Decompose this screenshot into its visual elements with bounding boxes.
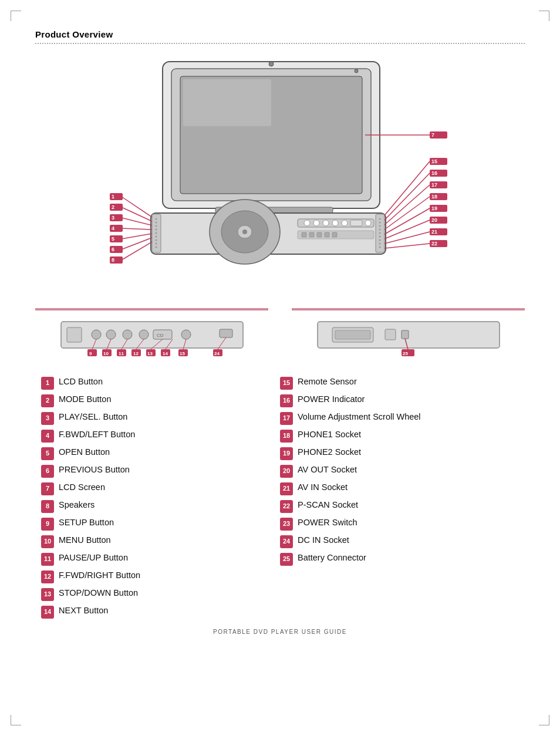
feature-item: 15 Remote Sensor (280, 376, 507, 390)
svg-point-41 (379, 232, 381, 234)
panel-right-label (292, 308, 525, 310)
svg-point-27 (156, 218, 157, 220)
svg-text:15: 15 (180, 351, 185, 356)
feature-number: 17 (280, 412, 293, 425)
feature-item: 17 Volume Adjustment Scroll Wheel (280, 411, 507, 425)
svg-text:25: 25 (403, 351, 408, 356)
svg-text:20: 20 (431, 217, 437, 223)
feature-item: 13 STOP/DOWN Button (41, 588, 268, 601)
feature-label: MODE Button (59, 394, 111, 404)
svg-text:CD: CD (157, 333, 164, 338)
feature-item: 24 DC IN Socket (280, 535, 507, 548)
feature-label: P-SCAN Socket (298, 499, 358, 510)
svg-point-30 (156, 229, 157, 231)
feature-number: 10 (41, 535, 54, 548)
svg-point-5 (355, 69, 358, 73)
section-divider (35, 43, 525, 44)
feature-label: PHONE1 Socket (298, 429, 361, 440)
panel-left-label (35, 308, 268, 310)
corner-mark-tl (11, 11, 21, 21)
svg-point-11 (242, 229, 247, 234)
svg-line-91 (122, 242, 152, 260)
svg-point-19 (365, 220, 371, 226)
feature-number: 19 (280, 447, 293, 460)
features-left-col: 1 LCD Button 2 MODE Button 3 PLAY/SEL. B… (41, 376, 280, 623)
section-title: Product Overview (35, 29, 525, 39)
svg-point-37 (379, 218, 381, 220)
svg-point-39 (379, 225, 381, 227)
feature-label: PREVIOUS Button (59, 464, 130, 475)
feature-item: 20 AV OUT Socket (280, 464, 507, 478)
feature-item: 8 Speakers (41, 499, 268, 513)
feature-number: 6 (41, 465, 54, 478)
feature-label: PLAY/SEL. Button (59, 411, 127, 422)
feature-number: 5 (41, 447, 54, 460)
feature-label: PAUSE/UP Button (59, 552, 128, 563)
feature-number: 4 (41, 430, 54, 443)
feature-number: 1 (41, 377, 54, 390)
svg-text:10: 10 (103, 351, 109, 356)
feature-label: LCD Button (59, 376, 103, 387)
features-container: 1 LCD Button 2 MODE Button 3 PLAY/SEL. B… (35, 376, 525, 623)
feature-label: NEXT Button (59, 605, 108, 616)
feature-number: 7 (41, 482, 54, 495)
svg-rect-132 (402, 330, 409, 339)
svg-rect-126 (220, 329, 232, 337)
corner-mark-tr (539, 11, 549, 21)
feature-number: 2 (41, 394, 54, 407)
svg-point-4 (269, 62, 274, 66)
feature-item: 14 NEXT Button (41, 605, 268, 619)
svg-text:21: 21 (431, 229, 437, 235)
page-footer: PORTABLE DVD PLAYER USER GUIDE (35, 629, 525, 635)
feature-item: 25 Battery Connector (280, 552, 507, 566)
svg-line-51 (122, 238, 152, 249)
feature-number: 24 (280, 535, 293, 548)
svg-text:2: 2 (112, 204, 114, 210)
bottom-panels: CD 9 10 11 12 13 14 15 24 (35, 308, 525, 360)
feature-label: OPEN Button (59, 447, 110, 457)
svg-point-102 (181, 330, 191, 339)
svg-text:13: 13 (147, 351, 153, 356)
feature-label: Remote Sensor (298, 376, 357, 387)
svg-text:14: 14 (163, 351, 168, 356)
svg-point-31 (156, 232, 157, 234)
feature-item: 1 LCD Button (41, 376, 268, 390)
svg-point-45 (379, 247, 381, 248)
svg-text:22: 22 (431, 241, 437, 247)
feature-item: 22 P-SCAN Socket (280, 499, 507, 513)
svg-point-33 (156, 239, 157, 241)
feature-label: SETUP Button (59, 517, 114, 528)
svg-point-44 (379, 243, 381, 245)
feature-item: 4 F.BWD/LEFT Button (41, 429, 268, 443)
feature-item: 12 F.FWD/RIGHT Button (41, 570, 268, 583)
svg-text:15: 15 (431, 158, 437, 164)
svg-line-57 (384, 220, 430, 239)
svg-point-13 (304, 220, 310, 226)
svg-line-50 (122, 234, 152, 239)
svg-point-29 (156, 225, 157, 227)
front-panel-svg: CD 9 10 11 12 13 14 15 24 (58, 313, 246, 360)
svg-rect-22 (309, 232, 314, 237)
feature-label: LCD Screen (59, 482, 105, 492)
feature-number: 18 (280, 430, 293, 443)
feature-number: 25 (280, 553, 293, 566)
feature-number: 8 (41, 500, 54, 513)
svg-text:17: 17 (431, 182, 437, 188)
svg-point-98 (123, 330, 132, 339)
feature-number: 9 (41, 518, 54, 531)
bottom-panel-svg: 25 (315, 313, 502, 360)
corner-mark-bl (11, 715, 21, 725)
svg-text:1: 1 (112, 194, 114, 200)
feature-label: DC IN Socket (298, 535, 349, 545)
feature-item: 21 AV IN Socket (280, 482, 507, 495)
svg-point-17 (342, 220, 348, 226)
svg-text:5: 5 (112, 236, 114, 242)
feature-number: 14 (41, 606, 54, 619)
feature-label: MENU Button (59, 535, 111, 545)
svg-rect-21 (302, 232, 306, 237)
device-svg: 15 16 17 18 19 20 21 22 7 1 2 3 4 5 6 (104, 56, 456, 291)
svg-point-34 (156, 243, 157, 245)
svg-rect-94 (61, 322, 243, 348)
svg-line-49 (122, 228, 152, 229)
feature-number: 13 (41, 588, 54, 601)
